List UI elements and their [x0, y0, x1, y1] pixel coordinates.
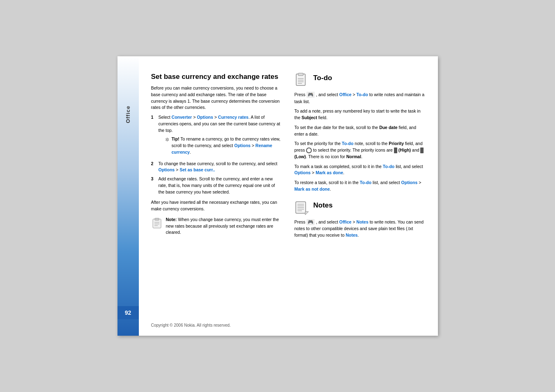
- todo-para-4: To set the priority for the To-do note, …: [295, 141, 426, 160]
- priority-high-icon: [394, 148, 397, 153]
- after-list-text: After you have inserted all the necessar…: [151, 199, 282, 212]
- tip-icon: ✲: [165, 136, 169, 143]
- link-options-mark-done[interactable]: Options: [295, 170, 311, 175]
- svg-rect-1: [155, 218, 159, 220]
- note-icon-wrap: [151, 217, 163, 231]
- note-text: Note: When you change base currency, you…: [166, 217, 282, 236]
- main-content: Set base currency and exchange rates Bef…: [139, 56, 438, 336]
- todo-icon-svg: [295, 73, 309, 88]
- list-item-2: 2 To change the base currency, scroll to…: [151, 161, 282, 174]
- content-columns: Set base currency and exchange rates Bef…: [151, 73, 426, 315]
- todo-section-header: To-do: [295, 73, 426, 88]
- link-options-rename[interactable]: Options: [234, 143, 251, 148]
- copyright-text: Copyright © 2006 Nokia. All rights reser…: [151, 323, 231, 327]
- footer: Copyright © 2006 Nokia. All rights reser…: [151, 323, 426, 327]
- link-todo-2[interactable]: To-do: [383, 164, 394, 169]
- link-options-1[interactable]: Options: [197, 115, 213, 120]
- notes-para-1: Press 🎮 , and select Office > Notes to w…: [295, 219, 426, 239]
- todo-title: To-do: [313, 74, 332, 82]
- link-notes-1[interactable]: Notes: [357, 219, 368, 224]
- left-section-title: Set base currency and exchange rates: [151, 73, 282, 81]
- list-item-3: 3 Add exchange rates. Scroll to the curr…: [151, 176, 282, 195]
- note-icon: [151, 217, 163, 229]
- list-item-1: 1 Select Converter > Options > Currency …: [151, 114, 282, 158]
- left-section-intro: Before you can make currency conversions…: [151, 85, 282, 111]
- link-todo-priority[interactable]: To-do: [342, 141, 353, 146]
- link-todo-1[interactable]: To-do: [357, 92, 368, 97]
- todo-para-3: To set the due date for the task, scroll…: [295, 125, 426, 138]
- notes-icon-svg: [295, 200, 309, 215]
- numbered-list: 1 Select Converter > Options > Currency …: [151, 114, 282, 195]
- left-column: Set base currency and exchange rates Bef…: [151, 73, 282, 315]
- link-mark-as-done[interactable]: Mark as done: [315, 170, 343, 175]
- link-currency-rates[interactable]: Currency rates: [218, 115, 249, 120]
- link-office-todo[interactable]: Office: [339, 92, 352, 97]
- page-container: Office 92 Set base currency and exchange…: [117, 56, 438, 336]
- link-todo-3[interactable]: To-do: [360, 180, 371, 185]
- link-notes-2[interactable]: Notes: [345, 233, 357, 238]
- priority-low-icon: [420, 148, 424, 153]
- link-options-2[interactable]: Options: [159, 167, 175, 172]
- list-number-2: 2: [151, 161, 156, 174]
- link-mark-not-done[interactable]: Mark as not done: [295, 187, 330, 191]
- tip-text-1: Tip! To rename a currency, go to the cur…: [172, 136, 282, 155]
- joystick-icon: [306, 148, 312, 153]
- link-set-base-curr[interactable]: Set as base curr..: [180, 167, 215, 172]
- todo-icon: [295, 73, 309, 88]
- note-box: Note: When you change base currency, you…: [151, 217, 282, 236]
- list-item-1-text: Select Converter > Options > Currency ra…: [159, 114, 282, 158]
- list-number-1: 1: [151, 114, 156, 158]
- todo-para-2: To add a note, press any numbered key to…: [295, 108, 426, 121]
- right-column: To-do Press 🎮 , and select Office > To-d…: [295, 73, 426, 315]
- sidebar: Office 92: [117, 56, 139, 336]
- page-number: 92: [117, 306, 139, 319]
- todo-para-1: Press 🎮 , and select Office > To-do to w…: [295, 92, 426, 105]
- notes-section-header: Notes: [295, 200, 426, 215]
- notes-title: Notes: [313, 201, 333, 210]
- list-item-2-text: To change the base currency, scroll to t…: [159, 161, 282, 174]
- list-item-3-text: Add exchange rates. Scroll to the curren…: [159, 176, 282, 195]
- link-rename-currency[interactable]: Rename currency: [172, 143, 272, 154]
- link-converter[interactable]: Converter: [172, 115, 192, 120]
- list-number-3: 3: [151, 176, 156, 195]
- sidebar-label: Office: [125, 106, 131, 123]
- todo-para-5: To mark a task as completed, scroll to i…: [295, 164, 426, 177]
- svg-rect-6: [298, 73, 303, 76]
- todo-para-6: To restore a task, scroll to it in the T…: [295, 180, 426, 193]
- tip-box-1: ✲ Tip! To rename a currency, go to the c…: [165, 136, 282, 155]
- notes-icon: [295, 200, 309, 215]
- link-options-not-done[interactable]: Options: [401, 180, 418, 185]
- link-office-notes[interactable]: Office: [339, 219, 352, 224]
